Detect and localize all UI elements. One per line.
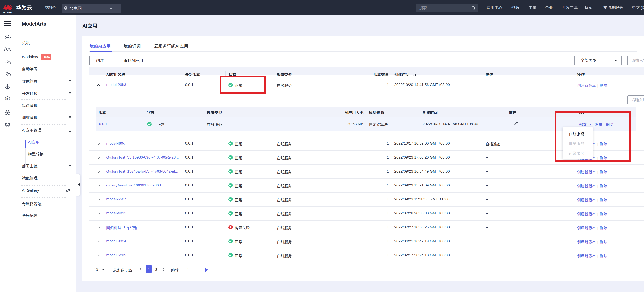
svg-text:HUAWEI: HUAWEI — [4, 11, 12, 14]
svg-text:IP: IP — [6, 98, 8, 101]
